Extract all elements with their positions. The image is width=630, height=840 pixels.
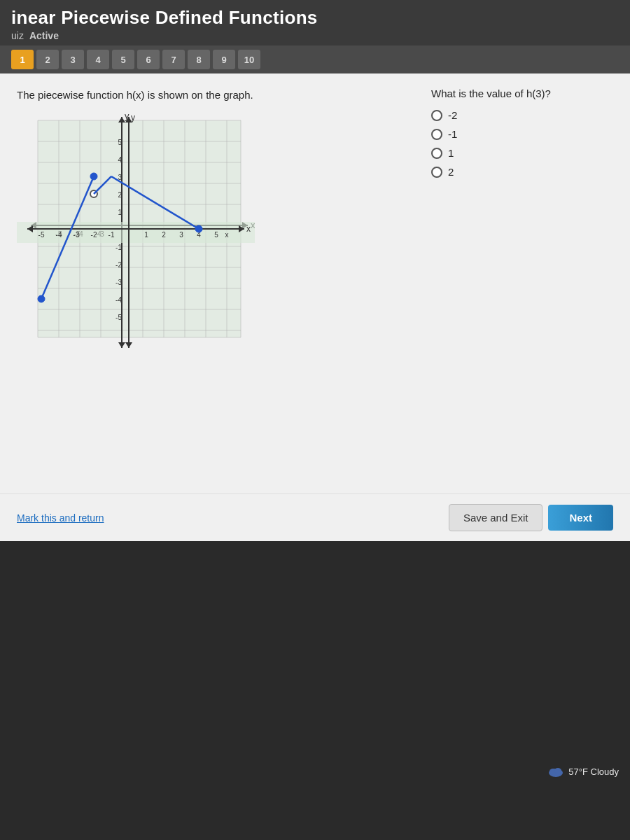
action-buttons: Save and Exit Next xyxy=(449,504,613,531)
answer-question-text: What is the value of h(3)? xyxy=(431,88,613,99)
svg-text:1: 1 xyxy=(118,209,122,216)
save-exit-button[interactable]: Save and Exit xyxy=(449,504,543,531)
quiz-label: uiz xyxy=(11,30,24,41)
nav-btn-8[interactable]: 8 xyxy=(188,50,210,69)
question-area: The piecewise function h(x) is shown on … xyxy=(17,88,613,365)
question-text: The piecewise function h(x) is shown on … xyxy=(17,88,403,102)
svg-point-69 xyxy=(90,173,97,180)
answer-label-2: -1 xyxy=(448,128,457,140)
svg-text:2: 2 xyxy=(118,191,122,199)
nav-btn-1[interactable]: 1 xyxy=(11,50,34,69)
svg-text:-3: -3 xyxy=(74,231,80,239)
weather-info: 57°F Cloudy xyxy=(547,765,619,778)
svg-text:-1: -1 xyxy=(108,231,115,239)
svg-text:-2: -2 xyxy=(115,261,122,269)
bottom-bar: Mark this and return Save and Exit Next xyxy=(0,493,630,541)
svg-marker-29 xyxy=(118,342,125,348)
svg-text:-5: -5 xyxy=(115,314,122,321)
dark-lower-area: 57°F Cloudy xyxy=(0,541,630,792)
nav-btn-5[interactable]: 5 xyxy=(112,50,134,69)
answer-option-3[interactable]: 1 xyxy=(431,147,613,159)
svg-text:-4: -4 xyxy=(56,231,62,239)
svg-text:3: 3 xyxy=(179,231,183,239)
radio-3[interactable] xyxy=(431,148,442,159)
weather-text: 57°F Cloudy xyxy=(568,766,619,777)
graph-container: x y -5 -4 -5 -4 -3 xyxy=(17,113,255,365)
svg-text:1: 1 xyxy=(144,231,148,239)
svg-text:-2: -2 xyxy=(91,231,97,239)
graph-svg: x y -5 -4 -5 -4 -3 xyxy=(17,113,255,365)
nav-btn-4[interactable]: 4 xyxy=(87,50,109,69)
svg-point-73 xyxy=(195,225,202,232)
svg-text:2: 2 xyxy=(162,231,166,239)
page-title: inear Piecewise Defined Functions xyxy=(11,7,619,29)
svg-marker-64 xyxy=(125,342,132,348)
next-button[interactable]: Next xyxy=(548,505,613,531)
answer-label-1: -2 xyxy=(448,109,457,121)
weather-condition: Cloudy xyxy=(591,766,619,777)
nav-btn-3[interactable]: 3 xyxy=(62,50,84,69)
svg-text:-1: -1 xyxy=(115,244,122,251)
svg-text:x: x xyxy=(246,224,251,234)
svg-text:-4: -4 xyxy=(115,296,122,304)
radio-2[interactable] xyxy=(431,129,442,140)
svg-text:x: x xyxy=(225,231,229,239)
answer-label-4: 2 xyxy=(448,166,454,178)
nav-btn-10[interactable]: 10 xyxy=(238,50,260,69)
svg-text:5: 5 xyxy=(118,139,122,146)
answer-option-4[interactable]: 2 xyxy=(431,166,613,178)
header: inear Piecewise Defined Functions uiz Ac… xyxy=(0,0,630,46)
nav-btn-2[interactable]: 2 xyxy=(36,50,59,69)
main-content: The piecewise function h(x) is shown on … xyxy=(0,74,630,493)
cloud-icon xyxy=(547,765,564,778)
svg-rect-37 xyxy=(17,222,255,243)
svg-text:-3: -3 xyxy=(115,279,122,286)
temperature: 57°F xyxy=(568,766,588,777)
svg-text:5: 5 xyxy=(214,231,218,239)
svg-text:y: y xyxy=(131,113,135,122)
answer-option-2[interactable]: -1 xyxy=(431,128,613,140)
nav-btn-6[interactable]: 6 xyxy=(137,50,160,69)
svg-text:-5: -5 xyxy=(38,231,45,239)
radio-1[interactable] xyxy=(431,110,442,121)
right-panel: What is the value of h(3)? -2 -1 1 2 xyxy=(431,88,613,178)
answer-options: -2 -1 1 2 xyxy=(431,109,613,178)
question-nav: 1 2 3 4 5 6 7 8 9 10 xyxy=(0,46,630,74)
svg-text:4: 4 xyxy=(118,156,122,164)
answer-option-1[interactable]: -2 xyxy=(431,109,613,121)
answer-label-3: 1 xyxy=(448,147,454,159)
radio-4[interactable] xyxy=(431,167,442,178)
svg-point-68 xyxy=(38,295,45,302)
status-badge: Active xyxy=(29,30,59,41)
weather-area: 57°F Cloudy xyxy=(11,765,619,778)
nav-btn-9[interactable]: 9 xyxy=(213,50,235,69)
left-panel: The piecewise function h(x) is shown on … xyxy=(17,88,403,365)
quiz-status: uiz Active xyxy=(11,30,619,41)
svg-point-76 xyxy=(554,768,561,774)
nav-btn-7[interactable]: 7 xyxy=(162,50,185,69)
mark-return-link[interactable]: Mark this and return xyxy=(17,512,104,524)
